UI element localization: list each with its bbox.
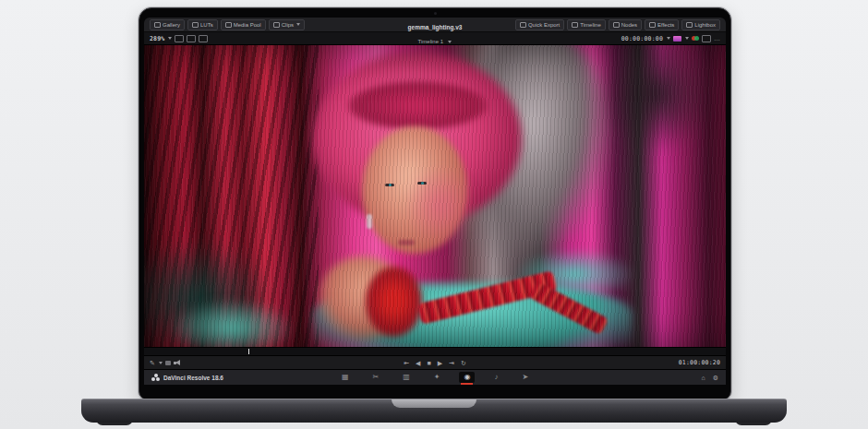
viewer-timecode: 00:00:00:00: [621, 35, 663, 42]
chevron-down-icon[interactable]: [667, 37, 670, 40]
viewer-image-vignette: [144, 45, 726, 347]
page-cut-button[interactable]: ✂: [368, 372, 383, 383]
laptop-base: [81, 399, 787, 423]
page-color-button[interactable]: ◉: [459, 372, 475, 383]
playhead-timecode: 01:00:00:20: [679, 359, 720, 366]
play-forward-button[interactable]: ▶: [438, 360, 442, 366]
more-options-icon[interactable]: …: [714, 35, 720, 42]
stop-button[interactable]: ■: [427, 360, 430, 366]
chevron-down-icon[interactable]: [685, 37, 689, 40]
davinci-logo-icon: [151, 374, 160, 382]
project-title: gemma_lighting.v3: [408, 24, 463, 30]
color-gamut-icon[interactable]: [692, 36, 699, 42]
quick-export-button[interactable]: Quick Export: [515, 19, 564, 30]
expand-viewer-icon[interactable]: [702, 35, 711, 42]
system-group: ⌂ ⚙: [701, 375, 718, 381]
chevron-down-icon[interactable]: [168, 37, 172, 40]
effects-icon: [649, 22, 656, 28]
top-toolbar: Gallery LUTs Media Pool Clips gemma_ligh…: [144, 18, 726, 32]
image-wipe-icon[interactable]: [175, 35, 184, 42]
settings-gear-icon[interactable]: ⚙: [713, 375, 718, 381]
transport-bar: ✎ ⇤ ◀ ■ ▶ ⇥ ↻ 01:00:00:20: [144, 355, 726, 369]
nodes-icon: [613, 22, 620, 28]
speaker-icon[interactable]: [174, 360, 181, 366]
split-screen-icon[interactable]: [187, 35, 196, 42]
camera-icon: [434, 12, 437, 15]
macbook-pro-scene: Gallery LUTs Media Pool Clips gemma_ligh…: [0, 0, 868, 429]
loop-button[interactable]: ↻: [461, 360, 466, 366]
page-deliver-button[interactable]: ➤: [517, 372, 533, 383]
page-switcher: ▦ ✂ ▥ ✦ ◉ ♪ ➤: [144, 372, 726, 383]
luts-button[interactable]: LUTs: [187, 19, 218, 30]
nodes-button[interactable]: Nodes: [609, 19, 642, 30]
media-pool-button[interactable]: Media Pool: [221, 19, 266, 30]
timeline-selector[interactable]: Timeline 1: [418, 39, 443, 44]
clips-button[interactable]: Clips: [269, 19, 305, 30]
page-bar: DaVinci Resolve 18.6 ▦ ✂ ▥ ✦ ◉ ♪ ➤ ⌂ ⚙: [144, 369, 726, 385]
color-viewer[interactable]: [144, 45, 726, 347]
timeline-icon: [572, 22, 578, 28]
davinci-resolve-window: Gallery LUTs Media Pool Clips gemma_ligh…: [144, 18, 726, 385]
toolbar-right-group: Quick Export Timeline Nodes Effects Ligh…: [515, 19, 720, 30]
chevron-down-icon: [296, 23, 300, 26]
clips-icon: [273, 22, 280, 28]
page-media-button[interactable]: ▦: [337, 372, 354, 383]
chevron-down-icon[interactable]: [159, 362, 163, 364]
play-reverse-button[interactable]: ◀: [416, 360, 420, 366]
marker-icon[interactable]: [165, 361, 171, 365]
last-frame-button[interactable]: ⇥: [449, 360, 454, 366]
brand: DaVinci Resolve 18.6: [151, 374, 223, 382]
gallery-button[interactable]: Gallery: [150, 19, 185, 30]
page-fairlight-button[interactable]: ♪: [489, 372, 502, 383]
luts-icon: [192, 22, 199, 28]
timeline-view-button[interactable]: Timeline: [567, 19, 605, 30]
viewer-tools-group: ✎: [150, 360, 181, 366]
media-pool-icon: [225, 22, 232, 28]
gallery-icon: [154, 22, 161, 28]
page-edit-button[interactable]: ▥: [398, 372, 415, 383]
viewer-toolbar: 289% Timeline 1 00:00:00:00: [144, 32, 726, 45]
lid-notch: [392, 399, 476, 408]
lightbox-icon: [686, 22, 693, 28]
viewer-right-group: 00:00:00:00 …: [621, 35, 720, 42]
quick-export-icon: [520, 22, 526, 28]
chevron-down-icon[interactable]: [448, 41, 452, 43]
mini-timeline[interactable]: [144, 347, 726, 355]
highlight-icon[interactable]: [199, 35, 208, 42]
viewer-zoom-group: 289%: [150, 35, 208, 42]
page-fusion-button[interactable]: ✦: [429, 372, 445, 383]
viewer-zoom-value[interactable]: 289%: [150, 35, 164, 42]
clip-monitor-icon[interactable]: [673, 36, 681, 42]
first-frame-button[interactable]: ⇤: [404, 360, 409, 366]
home-icon[interactable]: ⌂: [701, 375, 705, 381]
laptop-screen: Gallery LUTs Media Pool Clips gemma_ligh…: [139, 7, 731, 400]
playhead[interactable]: [248, 349, 249, 354]
toolbar-left-group: Gallery LUTs Media Pool Clips: [150, 19, 305, 30]
lightbox-button[interactable]: Lightbox: [681, 19, 720, 30]
app-version-label: DaVinci Resolve 18.6: [163, 375, 223, 381]
draw-tool-icon[interactable]: ✎: [150, 360, 155, 366]
effects-button[interactable]: Effects: [645, 19, 679, 30]
